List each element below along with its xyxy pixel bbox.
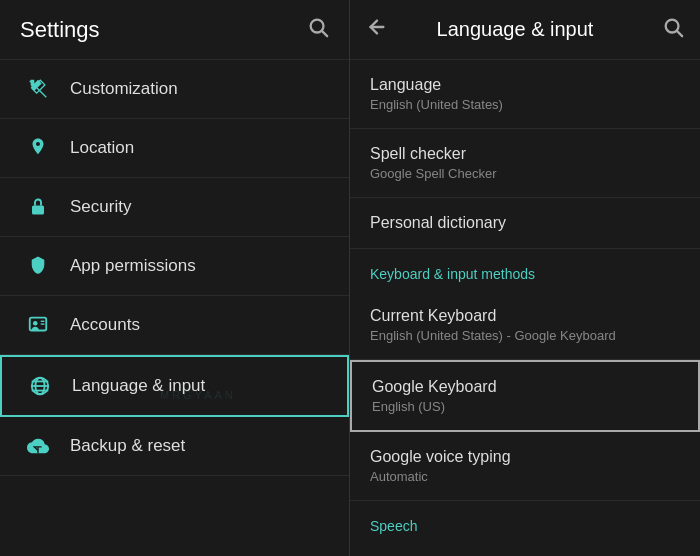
setting-google-keyboard-title: Google Keyboard <box>372 378 678 396</box>
setting-item-language[interactable]: Language English (United States) <box>350 60 700 129</box>
setting-language-subtitle: English (United States) <box>370 97 680 112</box>
shield-icon <box>20 255 56 277</box>
back-icon[interactable] <box>366 16 388 43</box>
setting-voice-typing-subtitle: Automatic <box>370 469 680 484</box>
setting-item-personal-dictionary[interactable]: Personal dictionary <box>350 198 700 249</box>
location-icon <box>20 137 56 159</box>
sidebar-item-language-input-label: Language & input <box>72 376 205 396</box>
sidebar-item-location[interactable]: Location <box>0 119 349 178</box>
sidebar-item-accounts[interactable]: Accounts <box>0 296 349 355</box>
left-panel: Settings Customization <box>0 0 350 556</box>
cloud-icon <box>20 435 56 457</box>
setting-item-google-voice-typing[interactable]: Google voice typing Automatic <box>350 432 700 501</box>
setting-item-google-keyboard[interactable]: Google Keyboard English (US) <box>350 360 700 432</box>
svg-line-1 <box>322 31 327 36</box>
right-search-icon[interactable] <box>662 16 684 43</box>
sidebar-item-location-label: Location <box>70 138 134 158</box>
menu-list: Customization Location Security <box>0 60 349 556</box>
svg-rect-2 <box>32 206 44 215</box>
sidebar-item-backup-reset-label: Backup & reset <box>70 436 185 456</box>
svg-line-15 <box>677 31 682 36</box>
setting-current-keyboard-subtitle: English (United States) - Google Keyboar… <box>370 328 680 343</box>
sidebar-item-customization[interactable]: Customization <box>0 60 349 119</box>
sidebar-item-security-label: Security <box>70 197 131 217</box>
right-content: Language English (United States) Spell c… <box>350 60 700 556</box>
lock-icon <box>20 196 56 218</box>
sidebar-item-backup-reset[interactable]: Backup & reset <box>0 417 349 476</box>
sidebar-item-accounts-label: Accounts <box>70 315 140 335</box>
sidebar-item-security[interactable]: Security <box>0 178 349 237</box>
search-icon[interactable] <box>307 16 329 43</box>
right-panel-title: Language & input <box>388 18 642 41</box>
setting-current-keyboard-title: Current Keyboard <box>370 307 680 325</box>
wrench-icon <box>20 78 56 100</box>
setting-spell-title: Spell checker <box>370 145 680 163</box>
speech-section-header: Speech <box>350 501 700 543</box>
accounts-icon <box>20 314 56 336</box>
sidebar-item-language-input[interactable]: Language & input <box>0 355 349 417</box>
right-header: Language & input <box>350 0 700 60</box>
sidebar-item-app-permissions-label: App permissions <box>70 256 196 276</box>
sidebar-item-app-permissions[interactable]: App permissions <box>0 237 349 296</box>
setting-item-current-keyboard[interactable]: Current Keyboard English (United States)… <box>350 291 700 360</box>
keyboard-section-header: Keyboard & input methods <box>350 249 700 291</box>
setting-language-title: Language <box>370 76 680 94</box>
left-header: Settings <box>0 0 349 60</box>
setting-item-spell-checker[interactable]: Spell checker Google Spell Checker <box>350 129 700 198</box>
svg-point-4 <box>33 321 38 326</box>
settings-title: Settings <box>20 17 100 43</box>
right-panel: Language & input Language English (Unite… <box>350 0 700 556</box>
setting-spell-subtitle: Google Spell Checker <box>370 166 680 181</box>
setting-voice-typing-title: Google voice typing <box>370 448 680 466</box>
keyboard-section-label: Keyboard & input methods <box>370 266 535 282</box>
globe-icon <box>22 375 58 397</box>
speech-section-label: Speech <box>370 518 417 534</box>
setting-dict-title: Personal dictionary <box>370 214 680 232</box>
sidebar-item-customization-label: Customization <box>70 79 178 99</box>
setting-google-keyboard-subtitle: English (US) <box>372 399 678 414</box>
